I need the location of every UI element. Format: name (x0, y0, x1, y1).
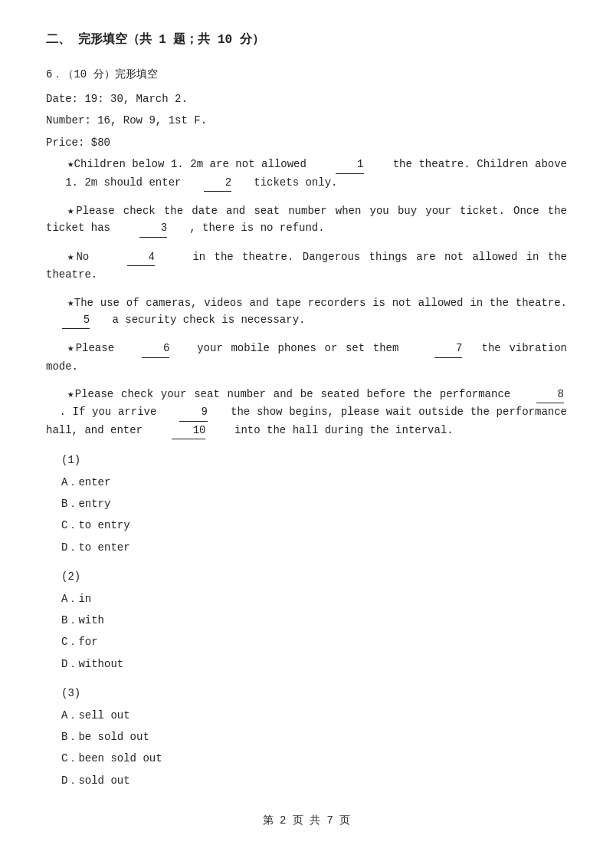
paragraph-3: ★No 4 in the theatre. Dangerous things a… (46, 248, 567, 284)
paragraph-6: ★Please check your seat number and be se… (46, 386, 567, 439)
option-2c[interactable]: C．for (61, 633, 567, 650)
blank-8: 8 (536, 386, 564, 403)
blank-1: 1 (336, 156, 363, 173)
date-line: Date: 19: 30, March 2. (46, 90, 567, 107)
paragraph-5: ★Please 6 your mobile phones or set them… (46, 340, 567, 375)
paragraph-1: ★Children below 1. 2m are not allowed 1 … (46, 156, 567, 192)
option-3b[interactable]: B．be sold out (61, 728, 567, 745)
blank-6: 6 (142, 340, 169, 357)
option-1d[interactable]: D．to enter (61, 539, 567, 556)
blank-2: 2 (204, 174, 231, 192)
option-1b[interactable]: B．entry (61, 495, 567, 512)
paragraph-2: ★Please check the date and seat number w… (46, 202, 567, 238)
question-header: 6．（10 分）完形填空 (46, 66, 567, 83)
option-3d[interactable]: D．sold out (61, 772, 567, 789)
option-3c[interactable]: C．been sold out (61, 750, 567, 767)
option-1c[interactable]: C．to entry (61, 517, 567, 534)
paragraph-4: ★The use of cameras, videos and tape rec… (46, 294, 567, 330)
option-2b[interactable]: B．with (61, 612, 567, 629)
blank-3: 3 (139, 219, 167, 237)
page-footer: 第 2 页 共 7 页 (46, 812, 567, 829)
price-line: Price: $80 (46, 134, 567, 151)
sub-question-1-label: (1) (61, 452, 567, 469)
number-line: Number: 16, Row 9, 1st F. (46, 112, 567, 129)
option-3a[interactable]: A．sell out (61, 707, 567, 724)
sub-question-2-label: (2) (61, 568, 567, 585)
blank-10: 10 (172, 422, 206, 439)
sub-question-3-label: (3) (61, 685, 567, 702)
option-1a[interactable]: A．enter (61, 474, 567, 491)
option-2a[interactable]: A．in (61, 590, 567, 607)
blank-5: 5 (62, 311, 90, 329)
blank-9: 9 (179, 403, 207, 421)
blank-4: 4 (127, 248, 155, 266)
option-2d[interactable]: D．without (61, 656, 567, 672)
section-title: 二、 完形填空（共 1 题；共 10 分） (46, 31, 567, 51)
blank-7: 7 (434, 340, 462, 357)
